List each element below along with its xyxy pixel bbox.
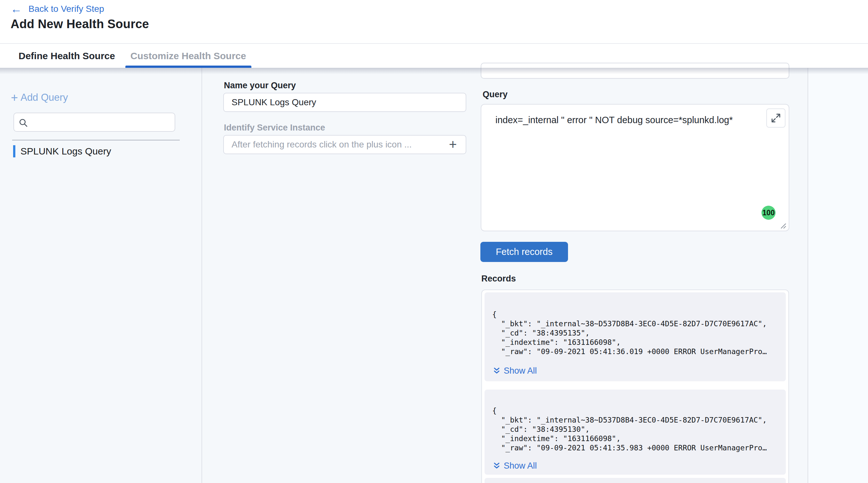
expand-icon	[770, 112, 782, 124]
show-all-label: Show All	[504, 461, 537, 471]
add-query-label: Add Query	[21, 91, 68, 103]
name-your-query-label: Name your Query	[224, 81, 296, 91]
right-empty-strip	[808, 68, 868, 483]
json-line: {	[492, 310, 779, 319]
query-textarea[interactable]: index=_internal " error " NOT debug sour…	[495, 115, 758, 125]
record-card: { "_bkt": "_internal~38~D537D8B4-3EC0-4D…	[485, 292, 786, 381]
record-card: { "_bkt": "_internal~38~D537D8B4-3EC0-4D…	[485, 390, 786, 475]
records-label: Records	[481, 274, 516, 284]
sidebar-item-splunk-logs-query[interactable]: SPLUNK Logs Query	[13, 145, 111, 157]
query-name-input[interactable]	[223, 93, 466, 112]
tab-customize-label: Customize Health Source	[130, 51, 246, 61]
query-search-box	[13, 113, 175, 132]
page-title: Add New Health Source	[10, 17, 149, 31]
query-label: Query	[483, 90, 507, 99]
back-arrow-icon: ←	[10, 3, 22, 15]
identify-service-instance-label: Identify Service Instance	[224, 123, 325, 133]
sidebar-separator-line	[12, 140, 180, 141]
search-input[interactable]	[32, 114, 173, 130]
tab-customize-health-source[interactable]: Customize Health Source	[125, 44, 251, 68]
records-panel: { "_bkt": "_internal~38~D537D8B4-3EC0-4D…	[481, 290, 789, 483]
json-line: "_cd": "38:4395135",	[492, 329, 779, 338]
json-line: "_bkt": "_internal~38~D537D8B4-3EC0-4D5E…	[492, 416, 779, 425]
service-instance-input[interactable]	[223, 135, 466, 154]
record-card-clipped	[485, 478, 786, 483]
double-chevron-down-icon	[493, 367, 500, 375]
json-line: "_indextime": "1631166098",	[492, 434, 779, 443]
record-json: { "_bkt": "_internal~38~D537D8B4-3EC0-4D…	[485, 292, 786, 356]
json-line: "_cd": "38:4395130",	[492, 425, 779, 434]
search-icon	[19, 118, 28, 128]
service-instance-field: +	[223, 135, 466, 154]
clipped-top-input[interactable]	[481, 63, 789, 79]
expand-query-button[interactable]	[766, 109, 785, 128]
active-tab-underline	[125, 66, 251, 68]
record-json: { "_bkt": "_internal~38~D537D8B4-3EC0-4D…	[485, 390, 786, 453]
query-item-label: SPLUNK Logs Query	[21, 146, 111, 157]
fetch-records-button[interactable]: Fetch records	[480, 242, 568, 262]
json-line: "_raw": "09-09-2021 05:41:35.983 +0000 E…	[492, 443, 779, 453]
add-service-instance-plus-icon[interactable]: +	[445, 137, 461, 152]
json-line: {	[492, 406, 779, 416]
json-line: "_raw": "09-09-2021 05:41:36.019 +0000 E…	[492, 347, 779, 356]
show-all-link[interactable]: Show All	[493, 461, 786, 471]
resize-grip[interactable]	[779, 221, 787, 230]
selected-indicator-bar	[13, 145, 16, 157]
tab-define-health-source[interactable]: Define Health Source	[13, 44, 120, 68]
json-line: "_indextime": "1631166098",	[492, 338, 779, 347]
query-textarea-container: index=_internal " error " NOT debug sour…	[481, 104, 789, 231]
record-count-badge: 100	[762, 206, 776, 220]
json-line: "_bkt": "_internal~38~D537D8B4-3EC0-4D5E…	[492, 319, 779, 329]
page: ← Back to Verify Step Add New Health Sou…	[0, 0, 868, 483]
back-link-label: Back to Verify Step	[28, 3, 104, 15]
header: ← Back to Verify Step Add New Health Sou…	[0, 0, 868, 43]
back-link[interactable]: ← Back to Verify Step	[10, 3, 104, 15]
plus-icon: +	[11, 91, 18, 103]
show-all-link[interactable]: Show All	[493, 366, 786, 376]
double-chevron-down-icon	[493, 462, 500, 470]
panel-divider-vertical	[808, 68, 808, 483]
content-area: + Add Query SPLUNK Logs Query Name your …	[0, 68, 868, 483]
sidebar-divider-vertical	[202, 68, 202, 483]
show-all-label: Show All	[504, 366, 537, 376]
add-query-button[interactable]: + Add Query	[11, 91, 68, 103]
tab-define-label: Define Health Source	[19, 51, 115, 61]
